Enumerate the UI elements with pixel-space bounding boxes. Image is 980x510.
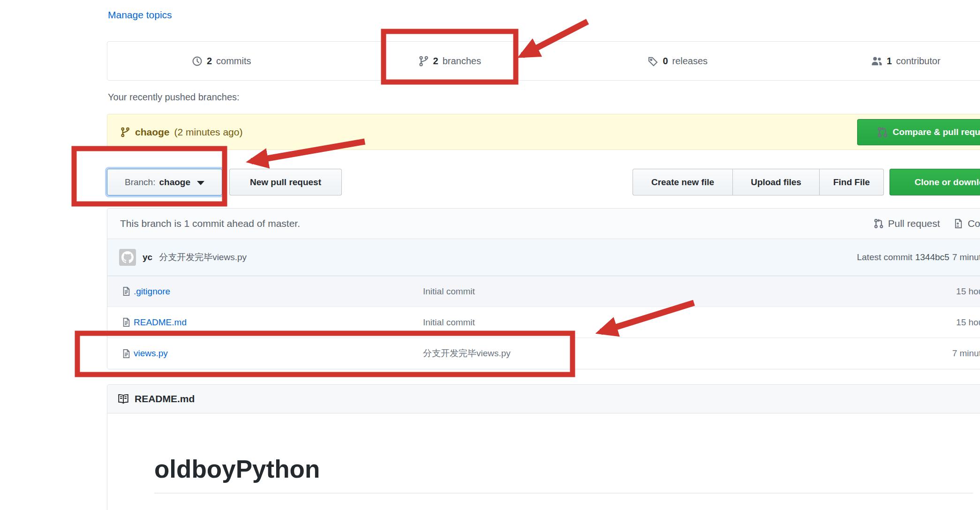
file-name-link[interactable]: .gitignore [134,286,170,296]
branch-selector[interactable]: Branch: chaoge [107,169,222,195]
readme-header: README.md [107,385,980,413]
file-name-link[interactable]: README.md [134,317,187,327]
readme-heading: oldboyPython [154,455,973,494]
branch-ahead-text: This branch is 1 commit ahead of master. [120,218,300,229]
branch-ahead-notice: This branch is 1 commit ahead of master.… [107,209,980,239]
stat-count: 0 [663,56,668,67]
file-row: README.md Initial commit 15 hours ago [107,307,980,338]
branch-selector-value: chaoge [159,177,190,188]
commit-message[interactable]: 分支开发完毕views.py [159,251,247,263]
file-icon [107,349,134,359]
git-pull-request-icon [874,218,884,229]
git-branch-icon [418,56,429,67]
recently-pushed-banner: chaoge (2 minutes ago) Compare & pull re… [107,114,980,150]
people-icon [871,55,882,67]
file-commit-time: 15 hours ago [940,286,980,297]
stat-commits[interactable]: 2 commits [107,42,336,80]
files-container: This branch is 1 commit ahead of master.… [107,208,980,369]
file-toolbar: Create new file Upload files Find File C… [633,169,980,195]
pushed-branch-time: (2 minutes ago) [174,127,243,138]
file-commit-message[interactable]: Initial commit [423,317,475,327]
stat-count: 2 [433,56,438,67]
stat-contributors[interactable]: 1 contributor [792,42,980,80]
create-new-file-button[interactable]: Create new file [633,169,733,195]
commit-sha[interactable]: 1344bc5 [915,252,950,262]
compare-label: Compare [968,218,980,229]
branch-selector-label: Branch: [125,177,155,188]
file-name-link[interactable]: views.py [134,348,168,358]
file-commit-message[interactable]: Initial commit [423,286,475,296]
manage-topics-link[interactable]: Manage topics [108,9,172,21]
compare-link[interactable]: Compare [953,218,980,229]
avatar[interactable] [119,249,136,266]
upload-files-button[interactable]: Upload files [732,169,820,195]
stat-label: releases [672,56,708,67]
stat-branches[interactable]: 2 branches [336,42,564,80]
latest-commit-time: 7 minutes ago [952,252,980,262]
pull-request-label: Pull request [888,218,940,229]
git-pull-request-icon [877,127,888,138]
pushed-branch-name[interactable]: chaoge [135,127,170,138]
latest-commit-row: yc 分支开发完毕views.py Latest commit 1344bc5 … [107,239,980,276]
latest-commit-label: Latest commit [857,252,912,262]
file-commit-message[interactable]: 分支开发完毕views.py [423,348,511,358]
pull-request-link[interactable]: Pull request [874,218,940,229]
recently-pushed-heading: Your recently pushed branches: [108,92,240,103]
stat-label: commits [216,56,251,67]
tag-icon [648,56,658,67]
file-icon [107,286,134,296]
file-commit-time: 15 hours ago [940,317,980,328]
git-branch-icon [120,127,130,137]
stat-count: 1 [887,56,892,67]
readme-filename: README.md [135,393,195,405]
readme-section: README.md oldboyPython [107,384,980,510]
find-file-button[interactable]: Find File [819,169,884,195]
latest-commit-meta: Latest commit 1344bc5 7 minutes ago [857,252,980,262]
readme-body: oldboyPython [107,413,980,494]
stat-releases[interactable]: 0 releases [564,42,792,80]
stat-count: 2 [207,56,212,67]
file-icon [107,317,134,327]
compare-pull-request-button[interactable]: Compare & pull request [857,119,980,145]
stat-label: branches [443,56,481,67]
commit-author[interactable]: yc [143,252,152,262]
file-row: .gitignore Initial commit 15 hours ago [107,276,980,307]
new-pull-request-button[interactable]: New pull request [229,169,342,195]
repo-summary-bar: 2 commits 2 branches 0 releases 1 contri… [107,41,980,81]
diff-icon [953,218,964,229]
chevron-down-icon [197,181,204,185]
file-row: views.py 分支开发完毕views.py 7 minutes ago [107,338,980,369]
clone-or-download-button[interactable]: Clone or download [890,169,980,195]
file-commit-time: 7 minutes ago [940,348,980,359]
compare-pull-request-label: Compare & pull request [893,127,980,137]
history-icon [192,56,203,67]
book-icon [118,393,129,405]
stat-label: contributor [896,56,941,67]
